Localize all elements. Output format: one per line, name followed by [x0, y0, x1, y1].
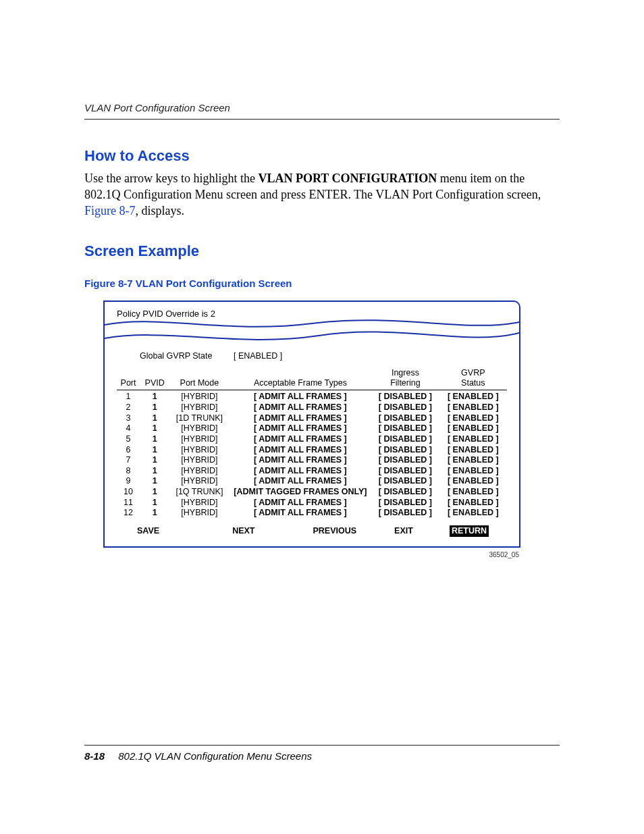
hdr-ingress-l1: Ingress	[392, 368, 419, 377]
cell-port: 8	[117, 466, 140, 477]
terminal-body: Global GVRP State [ ENABLED ] Port PVID …	[103, 330, 520, 548]
table-row: 21[HYBRID][ ADMIT ALL FRAMES ][ DISABLED…	[117, 402, 507, 413]
hdr-port: Port	[117, 368, 140, 390]
global-gvrp-label: Global GVRP State	[140, 351, 212, 361]
table-row: 101[1Q TRUNK][ADMIT TAGGED FRAMES ONLY][…	[117, 487, 507, 498]
cell-mode: [HYBRID]	[169, 466, 229, 477]
figure-crossref-link[interactable]: Figure 8-7	[84, 204, 136, 217]
cell-port: 11	[117, 498, 140, 509]
cell-frame-types: [ ADMIT ALL FRAMES ]	[230, 402, 372, 413]
table-row: 11[HYBRID][ ADMIT ALL FRAMES ][ DISABLED…	[117, 392, 507, 402]
cell-frame-types: [ ADMIT ALL FRAMES ]	[230, 423, 372, 434]
menu-previous[interactable]: PREVIOUS	[313, 525, 356, 537]
chapter-title: 802.1Q VLAN Configuration Menu Screens	[118, 750, 312, 762]
figure-caption: Figure 8-7 VLAN Port Configuration Scree…	[84, 277, 560, 290]
page: VLAN Port Configuration Screen How to Ac…	[0, 0, 644, 834]
port-table-head: Port PVID Port Mode Acceptable Frame Typ…	[117, 368, 507, 392]
cell-mode: [HYBRID]	[169, 455, 229, 466]
cell-ingress: [ DISABLED ]	[371, 476, 439, 487]
table-row: 121[HYBRID][ ADMIT ALL FRAMES ][ DISABLE…	[117, 508, 507, 519]
cell-pvid: 1	[140, 402, 169, 413]
cell-pvid: 1	[140, 455, 169, 466]
table-row: 71[HYBRID][ ADMIT ALL FRAMES ][ DISABLED…	[117, 455, 507, 466]
cell-port: 10	[117, 487, 140, 498]
para-text: Use the arrow keys to highlight the	[84, 172, 258, 185]
table-row: 91[HYBRID][ ADMIT ALL FRAMES ][ DISABLED…	[117, 476, 507, 487]
cell-mode: [HYBRID]	[169, 392, 229, 402]
cell-gvrp-status: [ ENABLED ]	[439, 402, 507, 413]
cell-port: 3	[117, 413, 140, 424]
terminal-banner: Policy PVID Override is 2	[103, 301, 520, 330]
cell-gvrp-status: [ ENABLED ]	[439, 487, 507, 498]
page-number: 8-18	[84, 750, 105, 762]
cell-gvrp-status: [ ENABLED ]	[439, 476, 507, 487]
para-text: , displays.	[136, 204, 185, 217]
cell-mode: [HYBRID]	[169, 434, 229, 445]
menu-exit[interactable]: EXIT	[394, 525, 413, 537]
cell-port: 1	[117, 392, 140, 402]
running-head: VLAN Port Configuration Screen	[84, 101, 560, 120]
cell-ingress: [ DISABLED ]	[371, 466, 439, 477]
cell-gvrp-status: [ ENABLED ]	[439, 392, 507, 402]
menu-next[interactable]: NEXT	[232, 525, 254, 537]
cell-frame-types: [ ADMIT ALL FRAMES ]	[230, 455, 372, 466]
menu-return[interactable]: RETURN	[450, 525, 489, 537]
hdr-gvrp: GVRP Status	[439, 368, 507, 390]
hdr-ingress-l2: Filtering	[390, 378, 420, 388]
hdr-gvrp-l1: GVRP	[461, 368, 485, 377]
cell-ingress: [ DISABLED ]	[371, 508, 439, 519]
cell-pvid: 1	[140, 508, 169, 519]
cell-ingress: [ DISABLED ]	[371, 392, 439, 402]
hdr-frame: Acceptable Frame Types	[230, 368, 372, 390]
cell-ingress: [ DISABLED ]	[371, 434, 439, 445]
cell-pvid: 1	[140, 392, 169, 402]
cell-ingress: [ DISABLED ]	[371, 402, 439, 413]
cell-mode: [HYBRID]	[169, 445, 229, 456]
cell-pvid: 1	[140, 423, 169, 434]
cell-port: 12	[117, 508, 140, 519]
table-row: 61[HYBRID][ ADMIT ALL FRAMES ][ DISABLED…	[117, 445, 507, 456]
cell-gvrp-status: [ ENABLED ]	[439, 508, 507, 519]
heading-screen-example: Screen Example	[84, 241, 560, 261]
hdr-ingress: Ingress Filtering	[371, 368, 439, 390]
cell-ingress: [ DISABLED ]	[371, 487, 439, 498]
cell-port: 9	[117, 476, 140, 487]
cell-mode: [HYBRID]	[169, 423, 229, 434]
cell-pvid: 1	[140, 476, 169, 487]
table-row: 41[HYBRID][ ADMIT ALL FRAMES ][ DISABLED…	[117, 423, 507, 434]
menu-save[interactable]: SAVE	[137, 525, 159, 537]
cell-pvid: 1	[140, 466, 169, 477]
cell-frame-types: [ ADMIT ALL FRAMES ]	[230, 508, 372, 519]
cell-frame-types: [ ADMIT ALL FRAMES ]	[230, 498, 372, 509]
cell-pvid: 1	[140, 413, 169, 424]
cell-frame-types: [ ADMIT ALL FRAMES ]	[230, 413, 372, 424]
heading-how-to-access: How to Access	[84, 146, 560, 166]
cell-ingress: [ DISABLED ]	[371, 423, 439, 434]
cell-port: 4	[117, 423, 140, 434]
cell-frame-types: [ADMIT TAGGED FRAMES ONLY]	[230, 487, 372, 498]
cell-gvrp-status: [ ENABLED ]	[439, 434, 507, 445]
hdr-mode: Port Mode	[169, 368, 229, 390]
cell-mode: [HYBRID]	[169, 498, 229, 509]
cell-mode: [HYBRID]	[169, 508, 229, 519]
global-gvrp-value: [ ENABLED ]	[234, 351, 282, 361]
cell-pvid: 1	[140, 445, 169, 456]
cell-port: 5	[117, 434, 140, 445]
global-gvrp-state-row: Global GVRP State [ ENABLED ]	[140, 350, 507, 362]
table-row: 111[HYBRID][ ADMIT ALL FRAMES ][ DISABLE…	[117, 498, 507, 509]
content-area: How to Access Use the arrow keys to high…	[84, 135, 560, 559]
table-row: 81[HYBRID][ ADMIT ALL FRAMES ][ DISABLED…	[117, 466, 507, 477]
cell-port: 7	[117, 455, 140, 466]
cell-pvid: 1	[140, 434, 169, 445]
page-footer: 8-18 802.1Q VLAN Configuration Menu Scre…	[84, 745, 560, 763]
cell-mode: [1Q TRUNK]	[169, 487, 229, 498]
port-table: Port PVID Port Mode Acceptable Frame Typ…	[117, 368, 507, 519]
cell-gvrp-status: [ ENABLED ]	[439, 413, 507, 424]
cell-frame-types: [ ADMIT ALL FRAMES ]	[230, 466, 372, 477]
cell-gvrp-status: [ ENABLED ]	[439, 455, 507, 466]
cell-frame-types: [ ADMIT ALL FRAMES ]	[230, 434, 372, 445]
table-row: 31[1D TRUNK][ ADMIT ALL FRAMES ][ DISABL…	[117, 413, 507, 424]
hdr-gvrp-l2: Status	[461, 378, 485, 388]
wave-divider-icon	[105, 329, 519, 344]
terminal-menu-row: SAVE NEXT PREVIOUS EXIT RETURN	[117, 525, 507, 537]
